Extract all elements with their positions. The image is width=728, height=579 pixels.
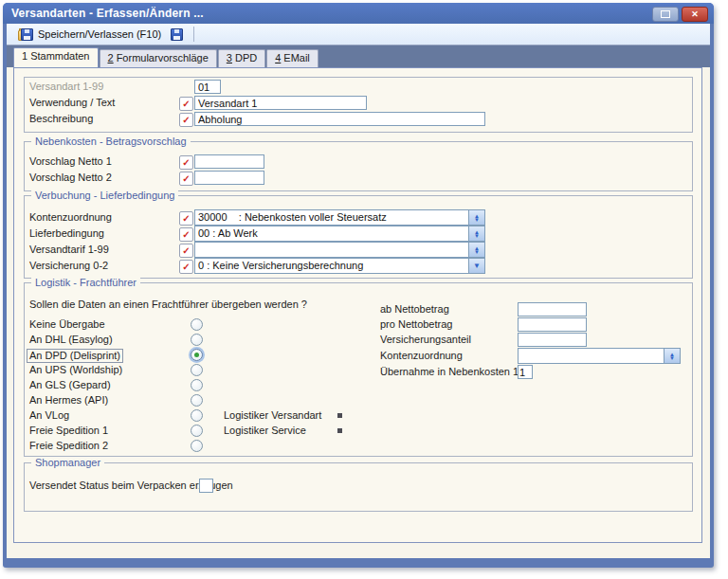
vorschlag2-input[interactable] bbox=[194, 171, 264, 185]
toolbar: Speichern/Verlassen (F10) bbox=[7, 24, 710, 45]
check-icon: ✓ bbox=[182, 246, 190, 256]
kontenzuordnung-edit-button[interactable]: ✓ bbox=[179, 211, 193, 226]
versicherung-dropdown-button[interactable]: ▼ bbox=[468, 259, 484, 273]
verwendung-label: Verwendung / Text bbox=[29, 96, 115, 110]
vorschlag1-edit-button[interactable]: ✓ bbox=[179, 155, 193, 170]
maximize-icon bbox=[661, 10, 670, 18]
versandtarif-label: Versandtarif 1-99 bbox=[29, 243, 109, 257]
kontenzuordnung-value: 30000 : Nebenkosten voller Steuersatz bbox=[195, 210, 468, 225]
check-icon: ✓ bbox=[182, 174, 190, 184]
radio-label-ups[interactable]: An UPS (Worldship) bbox=[29, 363, 122, 377]
titlebar[interactable]: Versandarten - Erfassen/Ändern ... ✕ bbox=[3, 3, 714, 24]
group-verbuchung-legend: Verbuchung - Lieferbedingung bbox=[31, 190, 178, 201]
group-nebenkosten-legend: Nebenkosten - Betragsvorschlag bbox=[31, 136, 191, 147]
logistiker-service-indicator bbox=[337, 428, 342, 433]
window-title: Versandarten - Erfassen/Ändern ... bbox=[11, 7, 204, 20]
lieferbedingung-lookup-button[interactable]: ▲▼ bbox=[468, 226, 484, 241]
lookup-down-icon: ▼ bbox=[474, 250, 480, 254]
uebernahme-input[interactable] bbox=[518, 365, 533, 379]
dropdown-icon: ▼ bbox=[473, 262, 481, 270]
logistik-kontenzuordnung-lookup-button[interactable]: ▲▼ bbox=[664, 349, 680, 363]
kontenzuordnung-lookup-button[interactable]: ▲▼ bbox=[468, 210, 484, 225]
radio-label-spedition1[interactable]: Freie Spedition 1 bbox=[29, 424, 108, 438]
vorschlag1-input[interactable] bbox=[194, 154, 264, 169]
group-shopmanager-legend: Shopmanager bbox=[31, 457, 104, 468]
beschreibung-label: Beschreibung bbox=[29, 112, 93, 126]
versandtarif-lookup-button[interactable]: ▲▼ bbox=[468, 243, 484, 257]
versendet-status-checkbox[interactable] bbox=[199, 479, 213, 493]
lookup-down-icon: ▼ bbox=[474, 234, 480, 238]
lieferbedingung-value: 00 : Ab Werk bbox=[195, 226, 468, 241]
lookup-down-icon: ▼ bbox=[669, 356, 675, 360]
versicherung-edit-button[interactable]: ✓ bbox=[179, 260, 193, 274]
vorschlag2-edit-button[interactable]: ✓ bbox=[179, 172, 193, 186]
tab-email[interactable]: 4EMail bbox=[266, 49, 318, 67]
radio-label-spedition2[interactable]: Freie Spedition 2 bbox=[29, 439, 108, 453]
radio-label-vlog[interactable]: An VLog bbox=[29, 408, 69, 423]
radio-vlog[interactable] bbox=[191, 409, 203, 422]
versandtarif-combo[interactable]: ▲▼ bbox=[194, 242, 485, 258]
lieferbedingung-combo[interactable]: 00 : Ab Werk ▲▼ bbox=[194, 226, 485, 242]
pro-nettobetrag-input[interactable] bbox=[518, 317, 587, 332]
lieferbedingung-edit-button[interactable]: ✓ bbox=[179, 227, 193, 242]
versicherungsanteil-label: Versicherungsanteil bbox=[380, 333, 471, 347]
tab-strip: 1Stammdaten 2Formularvorschläge 3DPD 4EM… bbox=[7, 45, 710, 67]
beschreibung-edit-button[interactable]: ✓ bbox=[179, 113, 193, 127]
radio-hermes[interactable] bbox=[191, 394, 203, 407]
radio-label-dhl[interactable]: An DHL (Easylog) bbox=[29, 333, 113, 347]
check-icon: ✓ bbox=[182, 100, 190, 109]
versandart-input[interactable] bbox=[194, 80, 221, 94]
logistiker-versandart-label: Logistiker Versandart bbox=[224, 408, 321, 423]
logistiker-service-label: Logistiker Service bbox=[224, 424, 306, 438]
logistik-kontenzuordnung-value bbox=[519, 349, 664, 363]
versandtarif-value bbox=[195, 243, 468, 257]
ab-nettobetrag-label: ab Nettobetrag bbox=[380, 302, 449, 317]
close-button[interactable]: ✕ bbox=[682, 7, 708, 22]
save-exit-icon bbox=[18, 28, 33, 41]
versicherung-label: Versicherung 0-2 bbox=[29, 259, 108, 273]
lieferbedingung-label: Lieferbedingung bbox=[29, 226, 104, 241]
radio-ups[interactable] bbox=[191, 364, 203, 376]
window-content: Speichern/Verlassen (F10) 1Stammdaten 2F… bbox=[7, 24, 710, 558]
tab-stammdaten[interactable]: 1Stammdaten bbox=[13, 47, 99, 67]
tab-formularvorschlaege[interactable]: 2Formularvorschläge bbox=[100, 49, 217, 67]
save-exit-label: Speichern/Verlassen (F10) bbox=[38, 28, 161, 40]
radio-label-gls[interactable]: An GLS (Gepard) bbox=[29, 378, 111, 392]
radio-keine-uebergabe[interactable] bbox=[191, 318, 203, 331]
save-exit-button[interactable]: Speichern/Verlassen (F10) bbox=[13, 27, 166, 43]
logistik-kontenzuordnung-label: Kontenzuordnung bbox=[380, 349, 463, 363]
vorschlag2-label: Vorschlag Netto 2 bbox=[29, 171, 112, 185]
beschreibung-input[interactable] bbox=[194, 112, 485, 126]
tab-dpd[interactable]: 3DPD bbox=[218, 49, 265, 67]
logistik-kontenzuordnung-combo[interactable]: ▲▼ bbox=[518, 348, 681, 364]
radio-label-dpd[interactable]: An DPD (Delisprint) bbox=[27, 349, 123, 363]
radio-label-keine-uebergabe[interactable]: Keine Übergabe bbox=[29, 317, 105, 332]
radio-gls[interactable] bbox=[191, 379, 203, 391]
verwendung-edit-button[interactable]: ✓ bbox=[179, 97, 193, 111]
save-button[interactable] bbox=[166, 27, 188, 43]
radio-label-hermes[interactable]: An Hermes (API) bbox=[29, 393, 108, 407]
check-icon: ✓ bbox=[182, 262, 190, 272]
close-icon: ✕ bbox=[691, 10, 699, 19]
check-icon: ✓ bbox=[182, 116, 190, 125]
kontenzuordnung-combo[interactable]: 30000 : Nebenkosten voller Steuersatz ▲▼ bbox=[194, 209, 485, 226]
tab-page-stammdaten: Versandart 1-99 Verwendung / Text ✓ Besc… bbox=[13, 67, 702, 543]
versicherung-combo[interactable]: 0 : Keine Versicherungsberechnung ▼ bbox=[194, 258, 485, 274]
radio-spedition2[interactable] bbox=[191, 440, 203, 452]
ab-nettobetrag-input[interactable] bbox=[518, 302, 587, 317]
radio-dpd[interactable] bbox=[191, 349, 203, 361]
save-icon bbox=[171, 28, 183, 41]
check-icon: ✓ bbox=[182, 158, 190, 168]
versicherung-value: 0 : Keine Versicherungsberechnung bbox=[195, 259, 468, 273]
pro-nettobetrag-label: pro Nettobetrag bbox=[380, 317, 452, 332]
versandtarif-edit-button[interactable]: ✓ bbox=[179, 244, 193, 258]
frachtfuehrer-question: Sollen die Daten an einen Frachtführer ü… bbox=[29, 298, 307, 312]
versicherungsanteil-input[interactable] bbox=[518, 333, 587, 347]
verwendung-input[interactable] bbox=[194, 96, 367, 110]
logistiker-versandart-indicator bbox=[337, 413, 342, 418]
group-logistik-legend: Logistik - Frachtführer bbox=[31, 277, 140, 288]
radio-spedition1[interactable] bbox=[191, 425, 203, 437]
radio-dhl[interactable] bbox=[191, 334, 203, 346]
lookup-down-icon: ▼ bbox=[474, 218, 480, 222]
maximize-button[interactable] bbox=[652, 7, 679, 22]
